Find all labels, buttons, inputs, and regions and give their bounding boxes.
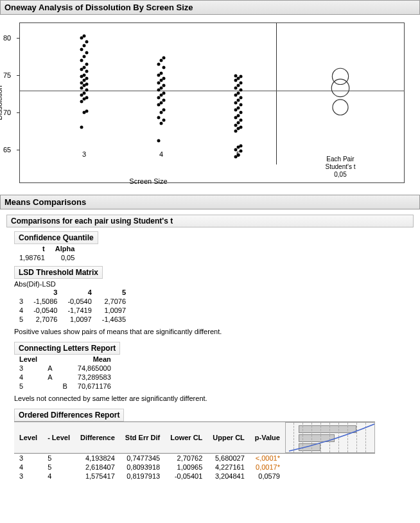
svg-point-1: [331, 79, 349, 97]
lsd-table: 3453-1,5086-0,05402,70764-0,0540-1,74191…: [14, 288, 131, 324]
pair-label-1: Each Pair: [326, 155, 354, 163]
x-axis-label: Screen Size: [129, 177, 167, 185]
letters-note: Levels not connected by same letter are …: [14, 394, 414, 402]
cq-t: 1,98761: [14, 253, 50, 262]
svg-point-2: [333, 100, 348, 115]
svg-point-0: [332, 68, 348, 84]
positive-note: Positive values show pairs of means that…: [14, 328, 414, 335]
cq-alpha-label: Alpha: [50, 244, 80, 253]
comparison-circles: Each Pair Student's t 0,05: [277, 23, 404, 164]
lsd-matrix-header: LSD Threshold Matrix: [14, 266, 103, 279]
connecting-letters-header: Connecting Letters Report: [14, 342, 120, 355]
cq-t-label: t: [14, 244, 50, 253]
means-comparisons-header: Means Comparisons: [0, 195, 420, 209]
pair-label-2: Student's t: [326, 163, 356, 170]
ordered-diff-header: Ordered Differences Report: [14, 409, 124, 421]
oneway-header: Oneway Analysis of Dissolution By Screen…: [0, 0, 420, 15]
cq-alpha: 0,05: [50, 253, 80, 262]
oneway-chart: Dissolution 65707580345 Each Pair Studen…: [19, 22, 405, 183]
confidence-quantile-table: tAlpha 1,987610,05: [14, 244, 80, 262]
comparisons-pair-header: Comparisons for each pair using Student'…: [6, 215, 414, 227]
letters-table: LevelMean3A74,8650004A73,2895835B70,6711…: [14, 355, 116, 391]
pair-label-3: 0,05: [334, 171, 346, 178]
confidence-quantile-header: Confidence Quantile: [14, 231, 98, 244]
scatter-plot: 65707580345: [20, 23, 277, 164]
ordered-diff-table: Level- LevelDifferenceStd Err DifLower C…: [14, 421, 375, 481]
lsd-sublabel: Abs(Dif)-LSD: [14, 280, 414, 288]
